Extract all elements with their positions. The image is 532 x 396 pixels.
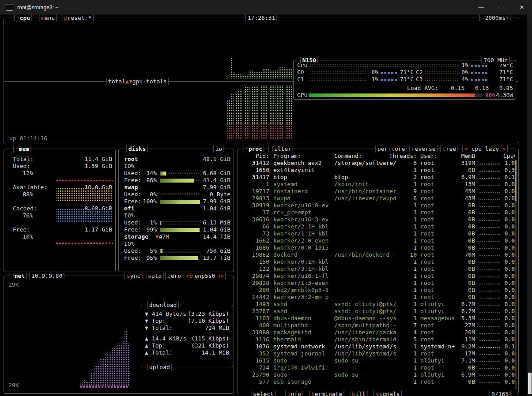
process-command-threads: /usr/bin/dockerd -10 bbox=[334, 251, 417, 258]
process-mem: 0B bbox=[456, 287, 475, 294]
process-row[interactable]: 1615sudosudo su -1oliutyi7.1M0.0 bbox=[242, 357, 515, 364]
process-program: kworker/u16:0-ev bbox=[269, 202, 334, 209]
process-row[interactable]: 1650ext4lazyinit1root0B0.3 bbox=[242, 167, 515, 174]
process-row[interactable]: 19862dockerd/usr/bin/dockerd -10root70M0… bbox=[242, 251, 515, 258]
per-core-toggle[interactable]: per-core bbox=[374, 145, 408, 153]
process-pid: 17 bbox=[242, 209, 269, 216]
process-row[interactable]: 1076systemd-network/usr/lib/systemd/s1sy… bbox=[242, 343, 515, 350]
preset-button[interactable]: preset * bbox=[60, 14, 95, 22]
process-row[interactable]: 73kworker/1:1H-kbl1root0B0.0 bbox=[242, 230, 515, 237]
process-threads: 1 bbox=[413, 181, 417, 188]
process-scrollbar-thumb[interactable] bbox=[515, 161, 517, 201]
process-program: systemd bbox=[269, 181, 334, 188]
disk-free-row: Free:86%41.4 GiB bbox=[124, 177, 230, 184]
cpu-box-title[interactable]: ¹cpu bbox=[13, 14, 34, 22]
net-download-graph bbox=[80, 330, 129, 386]
terminate-button[interactable]: terminate bbox=[308, 390, 346, 396]
net-sync-toggle[interactable]: sync bbox=[123, 272, 144, 280]
process-program: jbd2/mmcblk0p3-8 bbox=[269, 287, 334, 294]
graph-mode-label[interactable]: total▲▼gpu-totals bbox=[105, 78, 170, 85]
process-row[interactable]: 734irq/170-iwlwifi:1root0B0.0 bbox=[242, 364, 515, 371]
menu-button[interactable]: menu bbox=[38, 14, 58, 22]
process-row[interactable]: 150kworker/0:1H-kbl1root0B0.0 bbox=[242, 258, 515, 265]
sort-selector[interactable]: < cpu lazy > bbox=[461, 145, 509, 153]
process-row[interactable]: 1116thermald/usr/sbin/thermald5root11M0.… bbox=[242, 336, 515, 343]
process-row[interactable]: 23790sudosudo su -1oliutyi6.9M0.0 bbox=[242, 371, 515, 378]
kill-button[interactable]: kill bbox=[348, 390, 369, 396]
titlebar[interactable]: root@storage3: ~ — □ ✕ bbox=[0, 0, 532, 15]
process-row[interactable]: 23767sshdsshd: oliutyi@pts/1oliutyi6.7M0… bbox=[242, 308, 515, 315]
info-button[interactable]: info bbox=[284, 390, 305, 396]
process-row[interactable]: 1systemd/sbin/init1root13M0.0 bbox=[242, 181, 515, 188]
select-button[interactable]: select bbox=[249, 390, 277, 396]
disks-box-title[interactable]: disks bbox=[125, 145, 149, 153]
process-row[interactable]: 30919kworker/u16:0-ev1root0B0.0 bbox=[242, 202, 515, 209]
filter-button[interactable]: filter bbox=[267, 145, 295, 153]
process-user: root bbox=[417, 350, 456, 357]
process-row[interactable]: 29828kworker/1:3-even1root0B0.0 bbox=[242, 280, 515, 287]
process-row[interactable]: 30616kworker/u16:3-ev1root0B0.0 bbox=[242, 216, 515, 223]
process-row[interactable]: 66kworker/2:1H-kbl1root0B0.0 bbox=[242, 223, 515, 230]
graph-mode-arrows[interactable]: ▲▼ bbox=[125, 78, 132, 85]
process-row[interactable]: 29813fwupd/usr/libexec/fwupd6root43M0.0 bbox=[242, 195, 515, 202]
net-zero-toggle[interactable]: zero bbox=[164, 272, 185, 280]
process-cpu-graph bbox=[475, 160, 503, 167]
proc-box-title[interactable]: ⁴proc bbox=[241, 145, 266, 153]
process-threads: 1 bbox=[413, 301, 417, 308]
process-mem: 6.9M bbox=[456, 174, 475, 181]
process-threads: 9 bbox=[413, 188, 417, 195]
process-row[interactable]: 400multipathd/sbin/multipathd -7root27M0… bbox=[242, 322, 515, 329]
maximize-button[interactable]: □ bbox=[491, 0, 512, 15]
up-arrow-icon: ▲ bbox=[145, 335, 148, 342]
process-row[interactable]: 1103dbus-daemon@dbus-daemon --sys1messag… bbox=[242, 315, 515, 322]
close-button[interactable]: ✕ bbox=[512, 0, 532, 15]
sort-prev-button[interactable]: < bbox=[464, 146, 468, 152]
process-pid: 1103 bbox=[242, 315, 269, 322]
process-row[interactable]: 17rcu_preempt1root0B0.0 bbox=[242, 209, 515, 216]
gpu-row-label: GPU bbox=[297, 92, 307, 99]
disk-name: storage bbox=[124, 233, 148, 240]
minimize-button[interactable]: — bbox=[471, 0, 491, 15]
net-box-title[interactable]: ³net bbox=[8, 272, 28, 280]
process-command: /usr/libexec/fwupd bbox=[334, 195, 396, 202]
process-row[interactable]: 31417btopbtop2root6.9M0.1 bbox=[242, 174, 515, 181]
process-program: thermald bbox=[269, 336, 334, 343]
net-auto-toggle[interactable]: auto bbox=[144, 272, 165, 280]
process-row[interactable]: 577usb-storage1root0B0.0 bbox=[242, 378, 515, 385]
terminal-scrollbar-thumb[interactable] bbox=[528, 373, 532, 394]
net-prev-interface-button[interactable]: <b bbox=[186, 273, 193, 279]
process-scrollbar[interactable] bbox=[515, 160, 517, 389]
process-row[interactable]: 1662kworker/2:0-even1root0B0.0 bbox=[242, 237, 515, 244]
interval-increase-button[interactable]: + bbox=[506, 15, 509, 21]
process-row[interactable]: 352systemd-journal/usr/lib/systemd/s1roo… bbox=[242, 350, 515, 357]
mem-box-title[interactable]: ²mem bbox=[12, 145, 33, 153]
net-next-interface-button[interactable]: n> bbox=[217, 273, 224, 279]
process-cpu: 0.1 bbox=[503, 343, 515, 350]
mem-total-value: 11.4 GiB bbox=[84, 156, 112, 163]
disk-activity: ▼47M bbox=[155, 233, 169, 240]
disk-name-row: swap7.99 GiB bbox=[124, 184, 230, 191]
process-cpu: 0.0 bbox=[503, 322, 515, 329]
process-row[interactable]: 31080packagekitd/usr/libexec/packa4root2… bbox=[242, 329, 515, 336]
reverse-toggle[interactable]: reverse bbox=[408, 145, 439, 153]
process-row[interactable]: 280jbd2/mmcblk0p3-81root0B0.0 bbox=[242, 287, 515, 294]
process-command-threads: 1 bbox=[334, 378, 417, 385]
process-row[interactable]: 1686kworker/0:0-i9151root0B0.0 bbox=[242, 244, 515, 251]
process-row[interactable]: 1493sshdsshd: oliutyi@pts/1oliutyi6.7M0.… bbox=[242, 301, 515, 308]
signals-button[interactable]: signals bbox=[372, 390, 403, 396]
net-interface-selector[interactable]: <benp5s0n> bbox=[182, 272, 227, 280]
disk-free-pct: 86% bbox=[143, 177, 157, 184]
process-row[interactable]: 19717containerd/usr/bin/container9root45… bbox=[242, 188, 515, 195]
disks-io-toggle[interactable]: io bbox=[212, 145, 226, 153]
process-threads: 1 bbox=[413, 308, 417, 315]
process-row[interactable]: 29874kworker/u16:1-fl1root0B0.0 bbox=[242, 273, 515, 280]
process-row[interactable]: 14442kworker/3:2-mm_p1root0B0.0 bbox=[242, 294, 515, 301]
process-row[interactable]: 31412geekbench_avx2/storage/software/6ro… bbox=[242, 160, 515, 167]
process-threads: 1 bbox=[413, 265, 417, 273]
process-mem: 319M bbox=[456, 160, 475, 167]
tree-toggle[interactable]: tree bbox=[439, 145, 460, 153]
process-row[interactable]: 122kworker/3:1H-kbl1root0B0.0 bbox=[242, 265, 515, 273]
sort-next-button[interactable]: > bbox=[502, 146, 506, 152]
net-upload-scale: 29K bbox=[8, 382, 19, 389]
terminal-scrollbar[interactable] bbox=[527, 15, 532, 396]
